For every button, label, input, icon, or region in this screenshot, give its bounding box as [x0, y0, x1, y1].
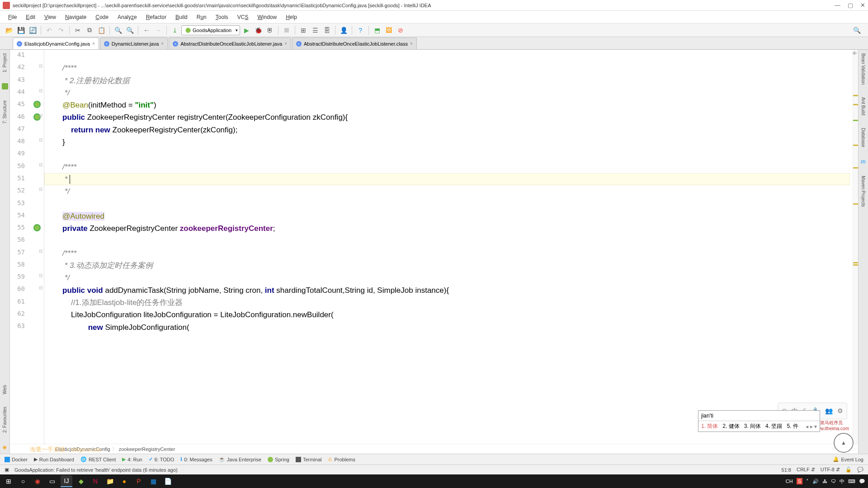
- warning-mark[interactable]: [853, 167, 858, 169]
- rail-icon[interactable]: [2, 83, 8, 89]
- fold-icon[interactable]: ⊟: [38, 273, 43, 278]
- rail-ant-build[interactable]: Ant Build: [861, 95, 866, 117]
- intellij-icon[interactable]: IJ: [61, 475, 72, 487]
- notepad-icon[interactable]: 📄: [162, 475, 174, 487]
- rail-project[interactable]: 1: Project: [2, 52, 7, 74]
- close-button[interactable]: ✕: [860, 2, 865, 9]
- tool-todo[interactable]: ✓6: TODO: [149, 456, 175, 462]
- warning-mark[interactable]: [853, 264, 858, 266]
- maximize-button[interactable]: ▢: [848, 2, 853, 9]
- app-icon[interactable]: ◆: [75, 475, 87, 487]
- menu-help[interactable]: Help: [282, 12, 301, 22]
- ime-input[interactable]: jian'ti: [698, 411, 820, 421]
- debug-icon[interactable]: 🐞: [253, 25, 264, 36]
- fold-icon[interactable]: ⊟: [38, 137, 43, 142]
- task-view-icon[interactable]: ▭: [46, 475, 58, 487]
- onenote-icon[interactable]: N: [90, 475, 101, 487]
- run-config-selector[interactable]: ⬤ GoodsApplication: [181, 25, 240, 35]
- app-icon[interactable]: ▦: [147, 475, 159, 487]
- tab-abstract-listener-class[interactable]: c AbstractDistributeOnceElasticJobListen…: [292, 38, 417, 49]
- search-everywhere-icon[interactable]: 🔍: [853, 27, 861, 34]
- tool-docker[interactable]: Docker: [5, 457, 28, 462]
- change-mark[interactable]: [853, 120, 858, 121]
- menu-file[interactable]: FFileile: [5, 12, 20, 22]
- tab-close-icon[interactable]: ×: [92, 41, 95, 46]
- build-icon[interactable]: ⤓: [170, 25, 180, 36]
- back-icon[interactable]: ←: [141, 25, 152, 36]
- paste-icon[interactable]: 📋: [96, 25, 107, 36]
- tab-close-icon[interactable]: ×: [410, 41, 413, 46]
- error-stripe[interactable]: 👁: [853, 50, 858, 444]
- file-encoding[interactable]: UTF-8 ⇵: [821, 467, 840, 473]
- fold-icon[interactable]: ⊟: [38, 63, 43, 68]
- rail-web[interactable]: Web: [2, 383, 7, 396]
- tab-close-icon[interactable]: ×: [284, 41, 287, 46]
- tray-notification-icon[interactable]: 💬: [859, 479, 865, 484]
- forward-icon[interactable]: →: [153, 25, 164, 36]
- ime-candidate-1[interactable]: 1. 简体: [701, 422, 718, 430]
- users-icon[interactable]: 👥: [825, 405, 833, 417]
- menu-refactor[interactable]: Refactor: [142, 12, 170, 22]
- profile-icon[interactable]: ⊞: [298, 25, 309, 36]
- tab-close-icon[interactable]: ×: [161, 41, 164, 46]
- start-button[interactable]: ⊞: [3, 475, 14, 487]
- menu-analyze[interactable]: Analyze: [114, 12, 141, 22]
- inspection-eye-icon[interactable]: 👁: [852, 51, 857, 56]
- tool-run[interactable]: ▶4: Run: [122, 456, 142, 462]
- gear-icon[interactable]: ⚙: [837, 405, 843, 417]
- menu-run[interactable]: Run: [193, 12, 210, 22]
- tray-ime-icon[interactable]: 中: [840, 478, 844, 485]
- menu-view[interactable]: View: [41, 12, 60, 22]
- ime-candidate-3[interactable]: 3. 间体: [744, 422, 761, 430]
- db-icon[interactable]: 🗄: [321, 25, 332, 36]
- menu-vcs[interactable]: VCS: [234, 12, 252, 22]
- tray-up-icon[interactable]: ˄: [806, 479, 809, 484]
- tool-rest-client[interactable]: 🌐REST Client: [80, 456, 116, 462]
- explorer-icon[interactable]: 📁: [104, 475, 116, 487]
- breadcrumb-member[interactable]: zookeeperRegistryCenter: [119, 446, 175, 452]
- tray-ch[interactable]: CH: [786, 479, 793, 484]
- save-icon[interactable]: 💾: [15, 25, 26, 36]
- status-window-icon[interactable]: ▣: [5, 467, 9, 473]
- minimize-button[interactable]: —: [835, 2, 840, 9]
- menu-navigate[interactable]: Navigate: [61, 12, 90, 22]
- structure-icon[interactable]: ☰: [310, 25, 321, 36]
- open-icon[interactable]: 📂: [4, 25, 14, 36]
- tool-run-dashboard[interactable]: ▶Run Dashboard: [34, 456, 74, 462]
- stop-icon[interactable]: [281, 25, 292, 36]
- fold-icon[interactable]: ⊟: [38, 249, 43, 253]
- cortana-icon[interactable]: ○: [17, 475, 29, 487]
- tray-s[interactable]: S: [797, 478, 802, 484]
- tray-keyboard-icon[interactable]: ⌨: [848, 479, 855, 484]
- app-icon[interactable]: ●: [118, 475, 130, 487]
- code-area[interactable]: /**** * 2.注册初始化数据 */ @Bean(initMethod = …: [44, 50, 853, 444]
- fold-icon[interactable]: ⊟: [38, 113, 43, 118]
- warning-mark[interactable]: [853, 262, 858, 263]
- rail-favourites[interactable]: 2: Favourites: [2, 405, 7, 435]
- notifications-icon[interactable]: 💬: [857, 467, 863, 473]
- tool-problems[interactable]: ⚠Problems: [328, 456, 355, 462]
- warning-mark[interactable]: [853, 145, 858, 146]
- menu-window[interactable]: Window: [254, 12, 280, 22]
- fold-icon[interactable]: ⊟: [38, 187, 43, 192]
- rail-bean-validation[interactable]: Bean Validation: [861, 52, 866, 86]
- menu-code[interactable]: Code: [92, 12, 112, 22]
- help-icon[interactable]: ?: [355, 25, 366, 36]
- avatar-icon[interactable]: 👤: [338, 25, 349, 36]
- menu-build[interactable]: Build: [172, 12, 191, 22]
- image-icon[interactable]: 🖼: [383, 25, 394, 36]
- denied-icon[interactable]: ⊘: [395, 25, 406, 36]
- spring-bean-icon[interactable]: [33, 101, 41, 108]
- tray-battery-icon[interactable]: 🗨: [831, 479, 836, 484]
- tool-messages[interactable]: ℹ0: Messages: [180, 456, 212, 462]
- tab-dynamic-listener[interactable]: c DynamicListener.java ×: [100, 38, 168, 49]
- tray-volume-icon[interactable]: 🔊: [812, 479, 819, 484]
- tab-elasticjob-dynamic-config[interactable]: c ElasticjobDynamicConfig.java ×: [13, 38, 99, 49]
- redo-icon[interactable]: ↷: [56, 25, 66, 36]
- ime-candidate-4[interactable]: 4. 坚踢: [765, 422, 782, 430]
- chrome-icon[interactable]: ◉: [32, 475, 43, 487]
- copy-icon[interactable]: ⧉: [84, 25, 95, 36]
- tool-java-enterprise[interactable]: ☕Java Enterprise: [219, 456, 261, 462]
- tab-abstract-listener-java[interactable]: c AbstractDistributeOnceElasticJobListen…: [169, 38, 291, 49]
- plugin-icon[interactable]: ⬒: [372, 25, 382, 36]
